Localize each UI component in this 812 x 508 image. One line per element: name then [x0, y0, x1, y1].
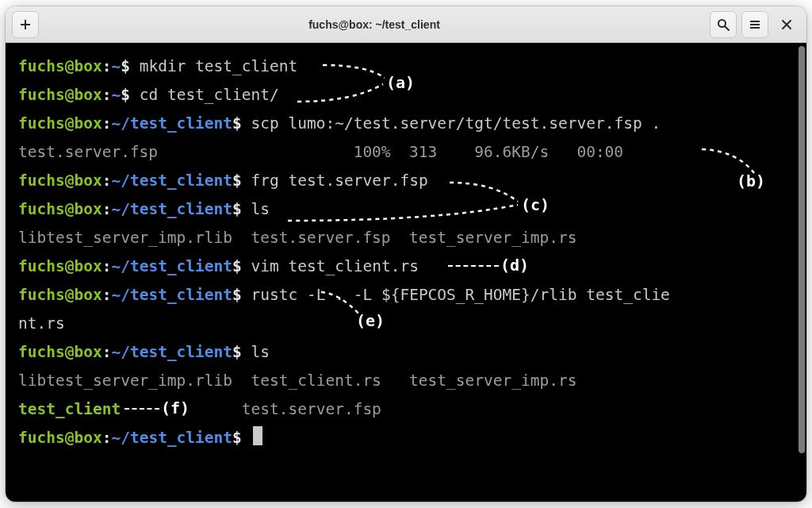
scrollbar-thumb[interactable] — [799, 46, 805, 453]
terminal-viewport[interactable]: fuchs@box:~$ mkdir test_client fuchs@box… — [6, 43, 806, 502]
search-button[interactable] — [710, 11, 737, 38]
prompt-user: fuchs — [18, 57, 65, 75]
prompt-at: @ — [65, 57, 75, 75]
svg-point-0 — [718, 20, 726, 27]
titlebar: fuchs@box: ~/test_client — [6, 6, 806, 43]
command-text: ls — [251, 343, 270, 361]
executable-name: test_client — [18, 400, 121, 418]
close-icon — [780, 18, 793, 31]
prompt-path: ~ — [111, 57, 121, 75]
command-text: rustc -L . -L ${FEPCOS_R_HOME}/rlib test… — [251, 286, 670, 304]
search-icon — [717, 18, 730, 31]
output-text: libtest_server_imp.rlib test.server.fsp … — [18, 229, 576, 247]
window-title: fuchs@box: ~/test_client — [39, 18, 710, 31]
menu-button[interactable] — [741, 11, 768, 38]
new-tab-button[interactable] — [12, 11, 39, 38]
command-text: scp lumo:~/test.server/tgt/test.server.f… — [251, 114, 661, 133]
command-text: ls — [251, 200, 270, 218]
prompt-symbol: $ — [121, 57, 130, 75]
command-text: frg test.server.fsp — [251, 171, 428, 190]
cursor — [253, 426, 262, 445]
plus-icon — [19, 18, 32, 31]
command-text: cd test_client/ — [140, 86, 279, 104]
terminal-window: fuchs@box: ~/test_client fuchs@box:~$ mk… — [6, 6, 806, 502]
output-text: test.server.fsp — [121, 400, 381, 418]
output-text: test.server.fsp 100% 313 96.6KB/s 00:00 — [18, 143, 623, 161]
command-wrap: nt.rs — [18, 314, 65, 333]
command-text: mkdir test_client — [140, 57, 298, 75]
terminal-content[interactable]: fuchs@box:~$ mkdir test_client fuchs@box… — [6, 43, 797, 502]
close-button[interactable] — [773, 11, 800, 38]
output-text: libtest_server_imp.rlib test_client.rs t… — [18, 371, 576, 390]
command-text: vim test_client.rs — [251, 257, 419, 275]
scrollbar[interactable] — [799, 46, 805, 498]
prompt-host: box — [74, 57, 102, 75]
hamburger-icon — [749, 18, 761, 31]
prompt-colon: : — [102, 57, 112, 75]
